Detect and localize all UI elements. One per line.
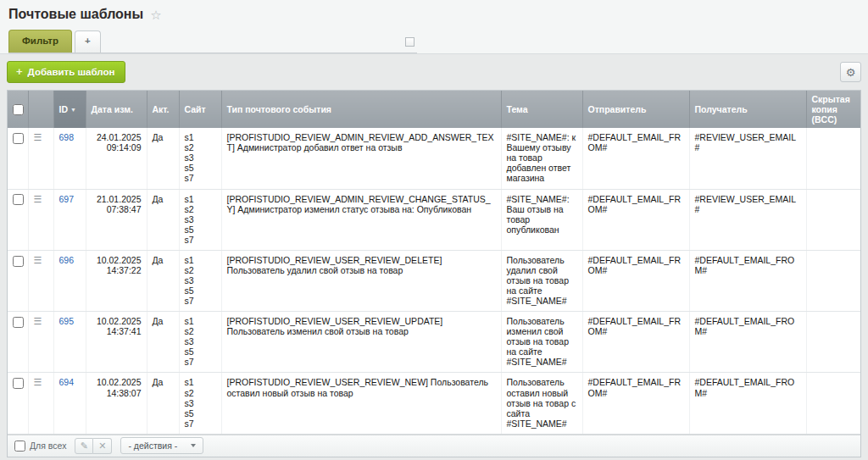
- column-header-recipient[interactable]: Получатель: [689, 91, 806, 128]
- row-recipient-cell: #DEFAULT_EMAIL_FROM#: [689, 250, 806, 311]
- row-date-cell: 10.02.2025 14:37:41: [86, 312, 147, 373]
- row-subject-cell: Пользователь удалил свой отзыв на товар …: [501, 250, 582, 311]
- row-subject-cell: Пользователь оставил новый отзыв на това…: [501, 373, 582, 434]
- column-header-bcc[interactable]: Скрытая копия (BCC): [806, 91, 860, 128]
- row-menu-icon[interactable]: ☰: [34, 194, 42, 204]
- chevron-down-icon: [191, 444, 196, 447]
- row-recipient-cell: #DEFAULT_EMAIL_FROM#: [689, 373, 806, 434]
- row-date-cell: 10.02.2025 14:38:07: [86, 373, 147, 434]
- row-action-buttons: ✎ ✕: [75, 438, 112, 454]
- row-id-link[interactable]: 695: [59, 316, 75, 326]
- page-header: Почтовые шаблоны ☆ Фильтр +: [0, 0, 868, 54]
- edit-button[interactable]: ✎: [75, 438, 93, 454]
- column-header-menu: [28, 91, 53, 128]
- pencil-icon: ✎: [81, 441, 88, 451]
- row-active-cell: Да: [147, 250, 179, 311]
- row-recipient-cell: #REVIEW_USER_EMAIL#: [689, 128, 806, 189]
- row-event-type-cell: [PROFISTUDIO_REVIEW_USER_REVIEW_DELETE] …: [221, 250, 501, 311]
- row-sites-cell: s1 s2 s3 s5 s7: [179, 373, 221, 434]
- row-date-cell: 21.01.2025 07:38:47: [86, 189, 147, 250]
- row-recipient-cell: #REVIEW_USER_EMAIL#: [689, 189, 806, 250]
- for-all-checkbox[interactable]: [14, 441, 25, 452]
- row-date-cell: 10.02.2025 14:37:22: [86, 250, 147, 311]
- templates-table: ID▼ Дата изм. Акт. Сайт Тип почтового со…: [8, 91, 860, 435]
- close-icon: ✕: [98, 441, 106, 451]
- favorite-star-icon[interactable]: ☆: [150, 8, 161, 21]
- row-event-type-cell: [PROFISTUDIO_REVIEW_USER_REVIEW_UPDATE] …: [221, 312, 501, 373]
- page-title: Почтовые шаблоны: [8, 7, 143, 22]
- for-all-label: Для всех: [30, 441, 66, 451]
- grid-footer: Для всех ✎ ✕ - действия -: [8, 435, 860, 457]
- row-active-cell: Да: [147, 128, 179, 189]
- column-header-date[interactable]: Дата изм.: [86, 91, 147, 128]
- row-event-type-cell: [PROFISTUDIO_REVIEW_ADMIN_REVIEW_ADD_ANS…: [221, 128, 501, 189]
- row-sites-cell: s1 s2 s3 s5 s7: [179, 250, 221, 311]
- actions-dropdown-label: - действия -: [128, 441, 177, 451]
- table-row: ☰ 698 24.01.2025 09:14:09 Да s1 s2 s3 s5…: [8, 128, 860, 189]
- row-active-cell: Да: [147, 312, 179, 373]
- row-checkbox[interactable]: [13, 317, 24, 328]
- row-menu-icon[interactable]: ☰: [34, 132, 42, 142]
- sort-desc-icon: ▼: [70, 107, 76, 113]
- row-bcc-cell: [806, 312, 860, 373]
- row-id-link[interactable]: 696: [59, 255, 75, 265]
- row-sender-cell: #DEFAULT_EMAIL_FROM#: [582, 373, 689, 434]
- row-recipient-cell: #DEFAULT_EMAIL_FROM#: [689, 312, 806, 373]
- column-header-site[interactable]: Сайт: [179, 91, 221, 128]
- row-id-link[interactable]: 694: [59, 377, 75, 387]
- row-id-link[interactable]: 697: [59, 194, 75, 204]
- row-sender-cell: #DEFAULT_EMAIL_FROM#: [582, 250, 689, 311]
- select-all-checkbox[interactable]: [13, 104, 24, 115]
- row-sender-cell: #DEFAULT_EMAIL_FROM#: [582, 189, 689, 250]
- row-sender-cell: #DEFAULT_EMAIL_FROM#: [582, 128, 689, 189]
- row-id-link[interactable]: 698: [59, 132, 75, 142]
- table-row: ☰ 694 10.02.2025 14:38:07 Да s1 s2 s3 s5…: [8, 373, 860, 434]
- column-header-sender[interactable]: Отправитель: [582, 91, 689, 128]
- table-row: ☰ 695 10.02.2025 14:37:41 Да s1 s2 s3 s5…: [8, 312, 860, 373]
- column-header-id[interactable]: ID▼: [53, 91, 86, 128]
- row-sites-cell: s1 s2 s3 s5 s7: [179, 128, 221, 189]
- filter-strip: Фильтр +: [8, 30, 417, 53]
- row-subject-cell: #SITE_NAME#: к Вашему отзыву на товар до…: [501, 128, 582, 189]
- row-checkbox[interactable]: [13, 133, 24, 144]
- row-bcc-cell: [806, 373, 860, 434]
- row-sites-cell: s1 s2 s3 s5 s7: [179, 189, 221, 250]
- row-event-type-cell: [PROFISTUDIO_REVIEW_USER_REVIEW_NEW] Пол…: [221, 373, 501, 434]
- row-active-cell: Да: [147, 189, 179, 250]
- for-all-control[interactable]: Для всех: [14, 441, 66, 452]
- table-header-row: ID▼ Дата изм. Акт. Сайт Тип почтового со…: [8, 91, 860, 128]
- row-subject-cell: Пользователь изменил свой отзыв на товар…: [501, 312, 582, 373]
- row-menu-icon[interactable]: ☰: [34, 255, 42, 265]
- title-row: Почтовые шаблоны ☆: [8, 7, 860, 22]
- filter-add-tab-button[interactable]: +: [75, 30, 101, 53]
- templates-grid: ID▼ Дата изм. Акт. Сайт Тип почтового со…: [7, 90, 861, 457]
- row-active-cell: Да: [147, 373, 179, 434]
- row-bcc-cell: [806, 128, 860, 189]
- row-sender-cell: #DEFAULT_EMAIL_FROM#: [582, 312, 689, 373]
- add-template-button-label: Добавить шаблон: [28, 67, 115, 77]
- row-date-cell: 24.01.2025 09:14:09: [86, 128, 147, 189]
- row-checkbox[interactable]: [13, 378, 24, 389]
- row-menu-icon[interactable]: ☰: [34, 377, 42, 387]
- row-menu-icon[interactable]: ☰: [34, 316, 42, 326]
- row-checkbox[interactable]: [13, 194, 24, 205]
- filter-collapse-button[interactable]: [405, 37, 415, 47]
- toolbar: + Добавить шаблон ⚙: [0, 54, 868, 90]
- column-header-checkbox: [8, 91, 28, 128]
- row-event-type-cell: [PROFISTUDIO_REVIEW_ADMIN_REVIEW_CHANGE_…: [221, 189, 501, 250]
- add-template-button[interactable]: + Добавить шаблон: [7, 61, 125, 83]
- actions-dropdown[interactable]: - действия -: [120, 437, 203, 454]
- column-header-id-label: ID: [59, 104, 69, 114]
- column-header-active[interactable]: Акт.: [147, 91, 179, 128]
- delete-button[interactable]: ✕: [93, 438, 112, 454]
- row-bcc-cell: [806, 189, 860, 250]
- grid-settings-button[interactable]: ⚙: [840, 62, 861, 82]
- row-sites-cell: s1 s2 s3 s5 s7: [179, 312, 221, 373]
- column-header-event-type[interactable]: Тип почтового события: [221, 91, 501, 128]
- column-header-subject[interactable]: Тема: [501, 91, 582, 128]
- row-checkbox[interactable]: [13, 256, 24, 267]
- gear-icon: ⚙: [846, 66, 856, 79]
- tab-filter[interactable]: Фильтр: [8, 30, 72, 53]
- row-bcc-cell: [806, 250, 860, 311]
- row-subject-cell: #SITE_NAME#: Ваш отзыв на товар опублико…: [501, 189, 582, 250]
